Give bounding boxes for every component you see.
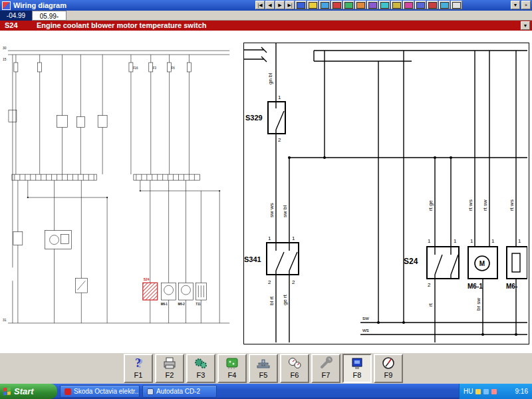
junction-dot xyxy=(323,156,326,159)
pin-label: 1 xyxy=(268,235,271,241)
toolbar-icon-10[interactable] xyxy=(403,1,414,9)
overview-wiring-diagram[interactable]: 30 15 31 F16 F3 F6 S24 M6-1 M6-2 T11 xyxy=(1,32,241,348)
ground-label-31: 31 xyxy=(3,319,7,322)
wire-label-rt-sw: rt sw xyxy=(482,200,488,211)
f9-button[interactable]: F9 xyxy=(374,354,403,383)
toolbar-icon-8[interactable] xyxy=(379,1,390,9)
detail-wiring-diagram[interactable]: 1 gn bl 2 sw ws sw bl 1 1 2 2 bl rt ge r… xyxy=(244,43,527,342)
toolbar-icon-1[interactable] xyxy=(295,1,307,9)
junction-dot xyxy=(288,156,291,159)
f8-button[interactable]: F8 xyxy=(342,354,372,383)
app-icon xyxy=(2,1,11,10)
connector-strip xyxy=(12,174,96,180)
taskbar-item-skoda-label: Skoda Octavia elektr... xyxy=(74,388,140,395)
component-box-m6-partial[interactable] xyxy=(507,247,527,279)
f9-label: F9 xyxy=(384,371,393,380)
diagram-area: 30 15 31 F16 F3 F6 S24 M6-1 M6-2 T11 xyxy=(0,31,532,352)
switch-contact xyxy=(77,281,85,290)
tab-date-range-1[interactable]: -04.99 xyxy=(0,11,32,21)
component-box-s24[interactable] xyxy=(427,247,459,279)
clock[interactable]: 9:16 xyxy=(515,388,528,395)
f4-label: F4 xyxy=(228,371,237,380)
component-box xyxy=(61,235,69,244)
toolbar-icon-5[interactable] xyxy=(343,1,354,9)
switch-contacts xyxy=(276,111,458,275)
toolbar-icon-7[interactable] xyxy=(367,1,378,9)
wire-label-sw-bl: sw bl xyxy=(282,205,288,217)
nav-last-button[interactable]: ▶| xyxy=(285,1,295,9)
wire-label-ws: ws xyxy=(362,327,369,333)
wire-label-gn-bl: gn bl xyxy=(267,72,273,84)
toolbar-icon-14[interactable] xyxy=(451,1,462,9)
component-box-s341[interactable] xyxy=(267,243,299,275)
wire-label-rt: rt xyxy=(428,303,434,307)
f7-button[interactable]: F7 xyxy=(311,354,340,383)
taskbar-item-skoda[interactable]: Skoda Octavia elektr... xyxy=(60,385,140,398)
pin-label: 1 xyxy=(491,238,495,244)
f5-button[interactable]: F5 xyxy=(249,354,278,383)
window-title: Wiring diagram xyxy=(13,1,66,9)
relay-box xyxy=(76,117,84,128)
component-label-s24: S24 xyxy=(144,278,150,281)
junction-dot xyxy=(27,197,29,198)
connector-box-pins xyxy=(198,285,203,297)
pin-label: 1 xyxy=(292,235,295,241)
junction-dot xyxy=(377,321,380,324)
bus-label-30: 30 xyxy=(3,47,7,50)
toolbar-icon-6[interactable] xyxy=(355,1,366,9)
component-title: Engine coolant blower motor temperature … xyxy=(37,21,206,29)
motor-letter: M xyxy=(479,260,485,267)
tray-icon-1[interactable] xyxy=(475,389,481,394)
system-tray: HU 9:16 xyxy=(459,384,532,399)
pin-label: 2 xyxy=(292,279,295,285)
f4-button[interactable]: F4 xyxy=(217,354,247,383)
component-banner[interactable]: S24 Engine coolant blower motor temperat… xyxy=(0,21,532,31)
toolbar-icon-2[interactable] xyxy=(307,1,319,9)
detail-panel[interactable]: 1 gn bl 2 sw ws sw bl 1 1 2 2 bl rt ge r… xyxy=(243,43,529,344)
f3-label: F3 xyxy=(197,371,205,380)
help-icon: ?? xyxy=(130,355,146,371)
tab-date-range-2[interactable]: 05.99- xyxy=(32,11,66,21)
junction-dot xyxy=(402,321,405,324)
titlebar-dropdown-button[interactable]: ▼ xyxy=(511,1,520,9)
nav-prev-button[interactable]: ◀ xyxy=(265,1,275,9)
titlebar-toolbar: |◀ ◀ ▶ ▶| xyxy=(255,1,462,9)
f1-button[interactable]: ?? F1 xyxy=(124,354,153,383)
f1-label: F1 xyxy=(134,371,143,380)
banner-dropdown-button[interactable]: ▼ xyxy=(521,21,530,30)
pin-label: 1 xyxy=(454,238,457,244)
toolbar-icon-4[interactable] xyxy=(331,1,342,9)
toolbar-icon-9[interactable] xyxy=(391,1,402,9)
toolbar-icon-12[interactable] xyxy=(427,1,438,9)
component-label-m6-partial: M6- xyxy=(506,283,517,290)
nav-first-button[interactable]: |◀ xyxy=(255,1,265,9)
tray-icon-3[interactable] xyxy=(491,389,497,394)
f3-button[interactable]: F3 xyxy=(186,354,215,383)
taskbar-item-autodata[interactable]: Autodata CD-2 xyxy=(142,385,217,398)
f2-button[interactable]: F2 xyxy=(155,354,184,383)
component-box xyxy=(13,232,23,245)
wire-label-sw: sw xyxy=(362,315,369,321)
highlighted-component-s24[interactable] xyxy=(143,283,158,300)
fuse-label-f6: F6 xyxy=(172,66,176,70)
start-button[interactable]: Start xyxy=(0,384,57,399)
pin-label: 2 xyxy=(268,279,271,285)
resistor-symbol xyxy=(512,253,520,272)
component-label-m6-1: M6-1 xyxy=(161,303,168,306)
toolbar-icon-11[interactable] xyxy=(415,1,426,9)
nav-next-button[interactable]: ▶ xyxy=(275,1,285,9)
toolbar-icon-3[interactable] xyxy=(319,1,331,9)
f6-label: F6 xyxy=(291,371,299,380)
language-indicator[interactable]: HU xyxy=(464,388,473,395)
close-button[interactable]: × xyxy=(521,1,531,9)
toolbar-icon-13[interactable] xyxy=(439,1,450,9)
pin-label: 2 xyxy=(428,282,431,288)
tray-icon-2[interactable] xyxy=(483,389,489,394)
pin-label: 2 xyxy=(278,137,281,143)
f6-button[interactable]: F6 xyxy=(280,354,309,383)
taskbar: Start Skoda Octavia elektr... Autodata C… xyxy=(0,384,532,399)
skoda-app-icon xyxy=(65,388,71,395)
junction-dot xyxy=(481,333,484,336)
relay-box xyxy=(57,116,68,128)
pin-label: 1 xyxy=(278,94,281,100)
